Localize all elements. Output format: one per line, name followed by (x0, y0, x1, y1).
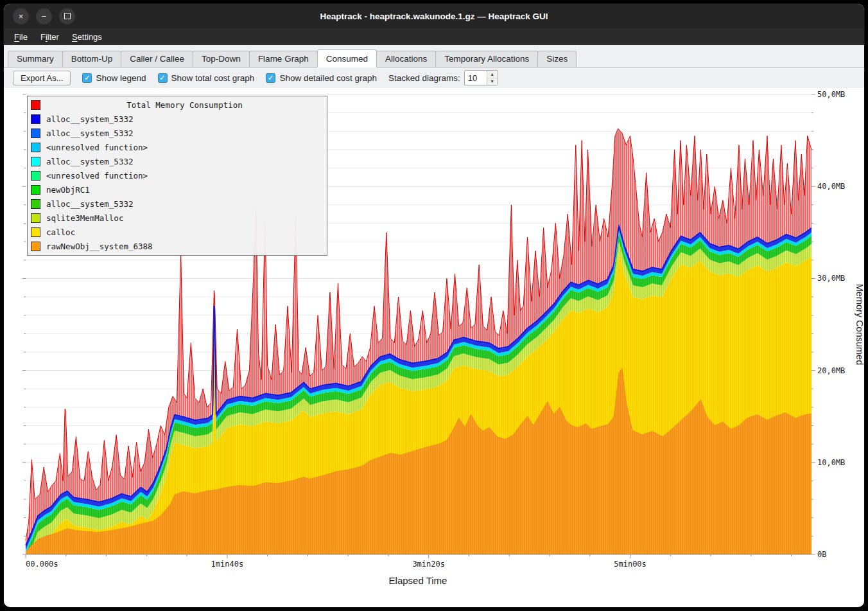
stacked-diagrams-label: Stacked diagrams: (388, 73, 460, 83)
legend-item-label: sqlite3MemMalloc (46, 213, 123, 223)
toolbar: Export As... ✓Show legend✓Show total cos… (4, 67, 864, 88)
tab-flame-graph[interactable]: Flame Graph (249, 51, 318, 67)
maximize-icon (64, 13, 71, 19)
legend-item: alloc__system_5332 (28, 126, 327, 140)
window-controls: × − (13, 8, 75, 24)
checkbox-show-legend[interactable]: ✓Show legend (82, 73, 146, 83)
legend-item-label: <unresolved function> (46, 143, 148, 152)
menu-item-file[interactable]: File (8, 30, 34, 44)
checkbox-label: Show total cost graph (171, 73, 255, 83)
x-tick-label: 00.000s (26, 560, 58, 569)
legend-swatch (31, 114, 40, 124)
window-title: Heaptrack - heaptrack.wakunode.1.gz — He… (4, 12, 864, 21)
legend-item: <unresolved function> (28, 168, 327, 182)
legend-item-label: alloc__system_5332 (46, 157, 133, 166)
spinner-buttons: ▲ ▼ (487, 71, 498, 85)
tab-bottom-up[interactable]: Bottom-Up (62, 51, 122, 67)
legend-swatch (31, 157, 40, 166)
y-tick-label: 50,0MB (817, 90, 845, 99)
close-button[interactable]: × (13, 8, 29, 24)
legend-item: rawNewObj__system_6388 (28, 239, 327, 253)
legend-item: newObjRC1 (28, 182, 327, 197)
legend-swatch (31, 100, 40, 110)
checkbox-label: Show legend (96, 73, 146, 83)
legend-item: sqlite3MemMalloc (28, 211, 327, 225)
minimize-button[interactable]: − (36, 8, 52, 24)
tab-bar: SummaryBottom-UpCaller / CalleeTop-DownF… (4, 45, 864, 67)
checkbox-group: ✓Show legend✓Show total cost graph✓Show … (82, 73, 377, 83)
tab-allocations[interactable]: Allocations (376, 51, 436, 67)
menu-item-filter[interactable]: Filter (34, 30, 65, 44)
spinner-up-icon[interactable]: ▲ (487, 71, 498, 78)
y-tick-label: 10,0MB (817, 458, 845, 467)
menu-bar: FileFilterSettings (4, 28, 864, 45)
export-as-button[interactable]: Export As... (13, 71, 71, 85)
tab-caller-callee[interactable]: Caller / Callee (121, 51, 193, 67)
legend-item: alloc__system_5332 (28, 197, 327, 211)
title-bar: × − Heaptrack - heaptrack.wakunode.1.gz … (4, 4, 864, 28)
y-tick-label: 0B (817, 550, 826, 559)
chart-area[interactable]: 00.000s1min40s3min20s5min00s0B10,0MB20,0… (4, 88, 864, 607)
tab-temporary-allocations[interactable]: Temporary Allocations (435, 51, 538, 67)
legend-swatch (31, 199, 40, 209)
legend-item: alloc__system_5332 (28, 112, 327, 126)
tab-sizes[interactable]: Sizes (537, 51, 577, 67)
x-tick-label: 3min20s (412, 560, 445, 569)
legend-item: calloc (28, 225, 327, 239)
menu-item-settings[interactable]: Settings (65, 30, 108, 44)
legend-swatch (31, 128, 40, 138)
tab-consumed[interactable]: Consumed (317, 49, 377, 67)
legend-title-row: Total Memory Consumption (28, 98, 327, 112)
stacked-diagrams-spinner[interactable]: 10 ▲ ▼ (464, 70, 498, 85)
legend-item-label: <unresolved function> (46, 171, 148, 181)
legend-swatch (31, 227, 40, 237)
checkbox-show-detailed-cost-graph[interactable]: ✓Show detailed cost graph (266, 73, 377, 83)
tab-top-down[interactable]: Top-Down (193, 51, 250, 67)
legend-item-label: alloc__system_5332 (46, 114, 133, 124)
app-window: × − Heaptrack - heaptrack.wakunode.1.gz … (4, 4, 864, 607)
minimize-icon: − (42, 12, 47, 21)
legend-swatch (31, 242, 40, 251)
x-axis-title: Elapsed Time (389, 575, 447, 586)
legend-swatch (31, 213, 40, 223)
chart-legend: Total Memory Consumptionalloc__system_53… (27, 96, 327, 256)
legend-swatch (31, 171, 40, 181)
legend-swatch (31, 185, 40, 195)
checkbox-check-icon: ✓ (82, 73, 92, 83)
checkbox-check-icon: ✓ (266, 73, 275, 83)
checkbox-check-icon: ✓ (158, 73, 168, 83)
legend-item-label: calloc (46, 227, 75, 237)
legend-item-label: newObjRC1 (46, 185, 90, 195)
checkbox-label: Show detailed cost graph (279, 73, 377, 83)
legend-item-label: alloc__system_5332 (46, 199, 133, 209)
spinner-value[interactable]: 10 (465, 71, 487, 85)
legend-item-label: alloc__system_5332 (46, 128, 133, 138)
legend-item: alloc__system_5332 (28, 154, 327, 168)
x-tick-label: 1min40s (211, 560, 244, 569)
close-icon: × (19, 12, 24, 21)
y-tick-label: 30,0MB (817, 274, 845, 283)
tab-summary[interactable]: Summary (8, 51, 63, 67)
legend-title: Total Memory Consumption (46, 100, 323, 110)
x-tick-label: 5min00s (614, 560, 647, 569)
maximize-button[interactable] (59, 8, 75, 24)
legend-item: <unresolved function> (28, 140, 327, 154)
legend-swatch (31, 143, 40, 152)
spinner-down-icon[interactable]: ▼ (487, 78, 498, 85)
legend-item-label: rawNewObj__system_6388 (46, 242, 153, 251)
checkbox-show-total-cost-graph[interactable]: ✓Show total cost graph (158, 73, 255, 83)
y-axis-title: Memory Consumed (855, 284, 864, 366)
y-tick-label: 40,0MB (817, 182, 845, 191)
y-tick-label: 20,0MB (817, 366, 845, 375)
